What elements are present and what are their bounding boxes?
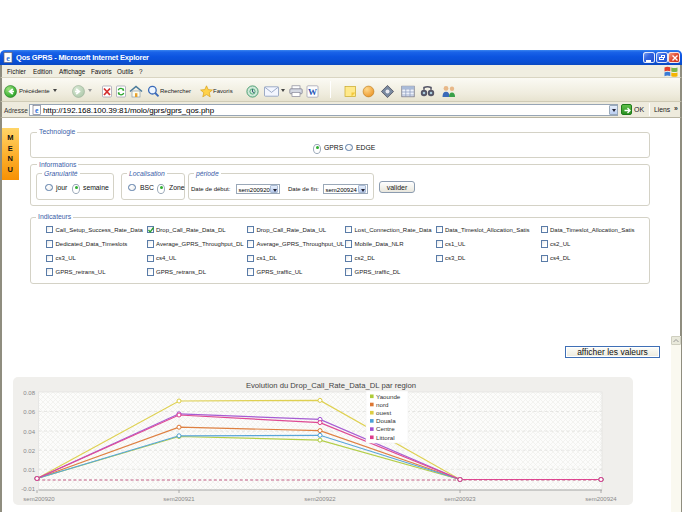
svg-text:W: W [308,86,317,96]
svg-text:sem200924: sem200924 [585,496,617,502]
svg-text:Douala: Douala [376,417,396,424]
svg-text:Evolution du Drop_Call_Rate_Da: Evolution du Drop_Call_Rate_Data_DL par … [246,381,416,390]
svg-text:sem200923: sem200923 [444,496,476,502]
svg-text:Centre: Centre [376,425,395,432]
svg-text:nord: nord [376,401,389,408]
svg-text:sem200920: sem200920 [23,496,55,502]
svg-text:ouest: ouest [376,409,391,416]
svg-text:e: e [6,53,10,62]
svg-text:Yaounde: Yaounde [376,393,401,400]
svg-text:0.08: 0.08 [23,390,35,396]
svg-text:Littoral: Littoral [376,434,395,441]
svg-text:sem200921: sem200921 [163,496,195,502]
svg-text:0.06: 0.06 [23,409,35,415]
svg-text:0.04: 0.04 [23,429,35,435]
svg-text:0.02: 0.02 [23,448,35,454]
svg-text:0.01: 0.01 [23,467,35,473]
svg-text:-0.01: -0.01 [21,486,35,492]
svg-text:sem200922: sem200922 [304,496,336,502]
